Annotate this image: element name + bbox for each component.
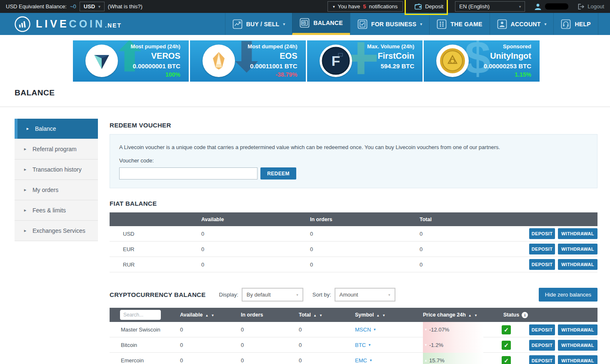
status-check-icon[interactable]: ✓ (502, 356, 511, 364)
fiat-row-eur: EUR 0 0 0 DEPOSIT WITHDRAWAL (110, 242, 598, 257)
withdrawal-button[interactable]: WITHDRAWAL (558, 259, 598, 270)
coin-name: Master Swiscoin (110, 327, 180, 333)
sidebar-item-referral-program[interactable]: ► Referral program (15, 139, 98, 160)
deposit-button[interactable]: DEPOSIT (529, 324, 555, 335)
deposit-button[interactable]: DEPOSIT (529, 228, 555, 239)
info-icon[interactable]: i (522, 312, 528, 318)
notifications-dropdown[interactable]: ▾ You have 5 notifications (328, 1, 403, 12)
notifications-text-prefix: You have (338, 3, 360, 10)
sidebar-item-label: Transaction history (32, 166, 82, 173)
display-select[interactable]: By default ▾ (242, 288, 303, 302)
status-check-icon[interactable]: ✓ (502, 341, 511, 350)
nav-item-account[interactable]: ACCOUNT ▾ (490, 13, 554, 35)
logout-label: Logout (588, 3, 604, 10)
deposit-button[interactable]: DEPOSIT (529, 355, 555, 364)
sort-arrows-icon[interactable]: ▲ ▼ (313, 314, 323, 317)
logout-button[interactable]: Logout (578, 3, 604, 10)
crypto-header-price-change[interactable]: Price change 24h▲ ▼ (423, 312, 483, 318)
deposit-button[interactable]: Deposit (412, 3, 446, 10)
banner-card-max-volume[interactable]: + F Max. Volume (24h) FirstCoin 594.29 B… (307, 40, 423, 82)
nav-item-buy-sell[interactable]: BUY / SELL ▾ (225, 13, 292, 35)
hide-zero-balances-button[interactable]: Hide zero balances (539, 288, 598, 302)
wallet-banknote-icon: B (300, 18, 310, 28)
chevron-down-icon: ▾ (388, 293, 390, 297)
sidebar-item-transaction-history[interactable]: ► Transaction history (15, 160, 98, 180)
nav-item-the-game[interactable]: THE GAME (429, 13, 489, 35)
withdrawal-button[interactable]: WITHDRAWAL (558, 244, 598, 254)
user-icon[interactable] (534, 3, 542, 10)
fiat-currency: RUR (110, 262, 201, 268)
sidebar-item-label: Referral program (32, 146, 77, 152)
deposit-button[interactable]: DEPOSIT (529, 340, 555, 351)
sort-by-select[interactable]: Amount ▾ (335, 288, 395, 302)
crypto-row-btc: Bitcoin 0 0 0 BTC▼ ▼-1.2% ✓ DEPOSIT WITH… (110, 337, 598, 353)
redeem-button[interactable]: REDEEM (260, 167, 296, 180)
veros-coin-icon (92, 52, 111, 70)
crypto-table-header: Available▲ ▼ In orders Total▲ ▼ Symbol▲ … (110, 308, 598, 322)
currency-select[interactable]: USD ▾ (80, 2, 105, 11)
currency-select-value: USD (84, 3, 95, 10)
chevron-down-icon: ▼ (373, 328, 376, 332)
banner-coin-value: 594.29 BTC (367, 61, 414, 71)
fiat-currency: USD (110, 231, 201, 237)
crypto-header-total[interactable]: Total▲ ▼ (299, 312, 355, 318)
coin-in-orders: 0 (241, 327, 299, 333)
chevron-down-icon: ▾ (283, 22, 285, 26)
deposit-button[interactable]: DEPOSIT (529, 259, 555, 270)
coin-symbol-dropdown[interactable]: MSCN▼ (355, 327, 423, 333)
triangle-right-icon: ► (23, 208, 27, 212)
sidebar-item-label: Fees & limits (32, 207, 66, 214)
livecoin-logo[interactable]: LIVECOIN.NET (0, 13, 122, 35)
banner-card-most-pumped[interactable]: ⬆ Most pumped (24h) VEROS 0.00000001 BTC… (73, 40, 189, 82)
sidebar-item-balance[interactable]: ► Balance (15, 119, 98, 139)
banner-coin-name: EOS (248, 51, 297, 61)
nav-item-help[interactable]: HELP (553, 13, 598, 35)
crypto-header-symbol[interactable]: Symbol▲ ▼ (355, 312, 423, 318)
chevron-down-icon: ▾ (420, 22, 422, 26)
coin-symbol-dropdown[interactable]: EMC▼ (355, 357, 423, 364)
nav-item-balance[interactable]: B BALANCE (292, 13, 350, 35)
banner-card-most-dumped[interactable]: ⬇ Most dumped (24h) EOS 0.00011001 BTC -… (190, 40, 306, 82)
logout-icon (578, 3, 585, 10)
coin-total: 0 (299, 327, 355, 333)
deposit-button[interactable]: DEPOSIT (529, 244, 555, 254)
banner-label: Most dumped (24h) (248, 42, 297, 51)
withdrawal-button[interactable]: WITHDRAWAL (558, 340, 598, 351)
trend-down-icon: ▼ (424, 343, 429, 347)
usd-equivalent-value: ~0 (70, 3, 76, 10)
username-redacted (545, 3, 568, 10)
withdrawal-button[interactable]: WITHDRAWAL (558, 355, 598, 364)
fiat-available: 0 (201, 262, 310, 268)
search-input[interactable] (120, 310, 161, 320)
sort-arrows-icon[interactable]: ▲ ▼ (468, 314, 478, 317)
grid-dots-icon (437, 19, 447, 29)
language-select-value: EN (English) (459, 3, 490, 10)
triangle-right-icon: ► (26, 127, 30, 131)
triangle-right-icon: ► (23, 229, 27, 233)
nav-item-for-business[interactable]: FOR BUSINESS ▾ (350, 13, 429, 35)
coin-name: Emercoin (110, 357, 180, 364)
fiat-currency: EUR (110, 246, 201, 252)
voucher-code-label: Voucher code: (119, 157, 588, 164)
withdrawal-button[interactable]: WITHDRAWAL (558, 324, 598, 335)
banner-coin-value: 0.00011001 BTC (248, 61, 297, 71)
usd-equivalent-label: USD Equivalent Balance: (6, 3, 67, 10)
coin-symbol-dropdown[interactable]: BTC▼ (355, 342, 423, 348)
sidebar-item-exchanges-services[interactable]: ► Exchanges Services (15, 221, 98, 241)
banner-coin-change: 1.15% (484, 71, 531, 79)
sort-by-label: Sort by: (312, 292, 331, 298)
sort-arrows-icon[interactable]: ▲ ▼ (205, 314, 215, 317)
svg-text:F: F (331, 53, 340, 69)
language-select[interactable]: EN (English) ▾ (455, 1, 525, 12)
banner-card-sponsored[interactable]: $ Sponsored UnityIngot 0.00000253 BTC 1.… (424, 40, 540, 82)
crypto-header-available[interactable]: Available▲ ▼ (180, 312, 241, 318)
status-check-icon[interactable]: ✓ (502, 325, 511, 334)
sort-arrows-icon[interactable]: ▲ ▼ (376, 314, 386, 317)
withdrawal-button[interactable]: WITHDRAWAL (558, 228, 598, 239)
sidebar-item-label: Exchanges Services (32, 227, 85, 234)
sidebar-item-fees-limits[interactable]: ► Fees & limits (15, 200, 98, 221)
what-is-this-link[interactable]: (What is this?) (108, 3, 142, 10)
banner-coin-value: 0.00000253 BTC (484, 61, 531, 71)
voucher-code-input[interactable] (119, 167, 258, 180)
sidebar-item-my-orders[interactable]: ► My orders (15, 180, 98, 200)
